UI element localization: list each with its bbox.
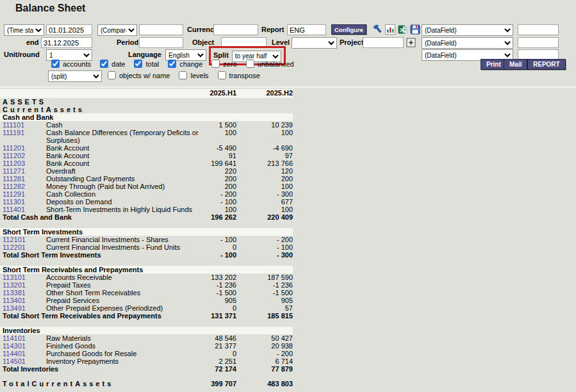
table-row: 114301Finished Goods21 37720 938 (0, 342, 293, 350)
change-checkbox[interactable] (168, 60, 176, 68)
split-by-select[interactable]: (split) (48, 70, 102, 82)
account-link[interactable]: 111201 (0, 144, 46, 152)
account-link[interactable]: 114301 (0, 342, 46, 350)
account-link[interactable]: 114401 (0, 350, 46, 357)
end-date-input[interactable] (41, 37, 92, 48)
value-h2: - 300 (236, 190, 293, 198)
change-label: change (179, 60, 202, 68)
date-label: date (111, 60, 125, 68)
value-h2: - 200 (236, 350, 293, 357)
table-row: 114401Purchased Goods for Resale0- 200 (0, 350, 293, 357)
excel-icon[interactable]: X (398, 24, 408, 35)
value-h2: 200 (236, 175, 293, 183)
value-h1: 21 377 (210, 342, 236, 350)
zero-checkbox[interactable] (211, 60, 220, 68)
table-row: 113201Prepaid Taxes-1 236-1 236 (0, 281, 293, 289)
date-checkbox[interactable] (100, 60, 108, 68)
assets-heading: ASSETS (0, 98, 293, 106)
account-link[interactable]: 111401 (0, 206, 46, 213)
value-h2: 57 (236, 304, 293, 312)
period-input[interactable] (139, 37, 183, 48)
zero-label: zero (223, 60, 236, 68)
configure-button[interactable]: Configure (331, 24, 366, 35)
datafield-select-2[interactable]: (DataField) (422, 37, 513, 49)
currency-input[interactable] (213, 24, 258, 35)
value-h2: - 200 (236, 236, 293, 243)
value-h1: 1 500 (210, 121, 236, 129)
account-link[interactable]: 114501 (0, 357, 46, 365)
unbalanced-checkbox[interactable] (246, 60, 254, 68)
account-link[interactable]: 111271 (0, 167, 46, 175)
value-h1: 0 (210, 304, 236, 312)
account-link[interactable]: 111101 (0, 121, 46, 129)
total-checkbox[interactable] (134, 60, 142, 68)
objects-w-name-checkbox[interactable] (108, 71, 116, 79)
transpose-checkbox[interactable] (218, 71, 226, 79)
datafield-input-1[interactable] (518, 24, 559, 35)
account-link[interactable]: 114101 (0, 334, 46, 342)
mail-button[interactable]: Mail (504, 59, 527, 70)
account-link[interactable]: 112101 (0, 236, 46, 243)
table-row: 111291Cash Collection- 200- 300 (0, 190, 293, 198)
account-link[interactable]: 111282 (0, 183, 46, 190)
section-gap (0, 221, 293, 228)
hammer-icon[interactable] (372, 24, 383, 35)
section-gap (0, 320, 293, 327)
total-value-h1: 72 174 (210, 365, 236, 373)
accounts-checkbox[interactable] (51, 60, 60, 68)
account-link[interactable]: 111281 (0, 175, 46, 183)
section-gap (0, 259, 293, 266)
table-row: 111201Bank Account-5 490-4 690 (0, 144, 293, 152)
table-row: 111282Money Through (Paid but Not Arrive… (0, 183, 293, 190)
compare-select[interactable]: (Compare) (97, 24, 137, 36)
total-value-h1: 196 262 (210, 213, 236, 221)
account-name: Current Financial Investments - Shares (46, 236, 210, 243)
start-date-input[interactable] (46, 24, 92, 35)
value-h2: 677 (236, 198, 293, 206)
account-name: Current Financial Investments - Fund Uni… (46, 243, 210, 251)
account-name: Inventory Prepayments (46, 357, 210, 365)
table-row: 114501Inventory Prepayments2 2516 714 (0, 357, 293, 365)
value-h1: 100 (210, 129, 236, 144)
datafield-select-1[interactable]: (DataField) (422, 24, 513, 36)
account-link[interactable]: 112201 (0, 243, 46, 251)
account-link[interactable]: 113101 (0, 274, 46, 281)
account-name: Cash Balance Differences (Temporary Defi… (46, 129, 210, 144)
save-icon[interactable] (410, 24, 420, 35)
report-button[interactable]: REPORT (527, 59, 566, 70)
level-select[interactable] (292, 37, 337, 49)
account-name: Finished Goods (46, 342, 210, 350)
expand-plus-icon[interactable] (406, 38, 416, 48)
account-link[interactable]: 111301 (0, 198, 46, 206)
compare-input[interactable] (139, 24, 183, 35)
col-header-h2: 2025.H2 (236, 89, 293, 98)
account-link[interactable]: 113201 (0, 281, 46, 289)
section-header: Inventories (0, 327, 293, 334)
table-row: 112101Current Financial Investments - Sh… (0, 236, 293, 243)
levels-checkbox[interactable] (179, 71, 187, 79)
chart-icon[interactable] (385, 24, 395, 35)
project-input[interactable] (363, 37, 404, 48)
account-link[interactable]: 111191 (0, 129, 46, 144)
objects-w-name-label: objects w/ name (119, 72, 170, 79)
account-name: Other Prepaid Expenses (Periodized) (46, 304, 210, 312)
value-h1: 199 641 (210, 159, 236, 167)
svg-text:X: X (400, 27, 404, 33)
value-h1: 133 202 (210, 274, 236, 281)
time-start-select[interactable]: (Time start) (4, 24, 44, 36)
page-title: Balance Sheet (15, 3, 85, 14)
account-link[interactable]: 113491 (0, 304, 46, 312)
total-label: Total Short Term Receivables and Prepaym… (0, 312, 210, 320)
print-button[interactable]: Print (481, 59, 507, 70)
account-link[interactable]: 111202 (0, 152, 46, 159)
value-h2: -4 690 (236, 144, 293, 152)
total-label: Total Short Term Investments (0, 251, 210, 259)
account-link[interactable]: 113381 (0, 289, 46, 297)
datafield-input-2[interactable] (518, 37, 559, 48)
account-link[interactable]: 111291 (0, 190, 46, 198)
account-link[interactable]: 111203 (0, 159, 46, 167)
report-label: Report (261, 24, 284, 35)
account-link[interactable]: 113401 (0, 297, 46, 304)
report-input[interactable] (287, 24, 326, 35)
table-row: 113491Other Prepaid Expenses (Periodized… (0, 304, 293, 312)
